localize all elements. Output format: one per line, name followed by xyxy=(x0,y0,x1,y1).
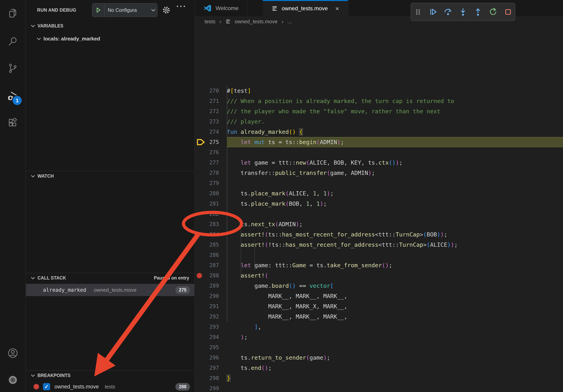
line-number[interactable]: 285 xyxy=(195,240,227,250)
code-text: MARK__, MARK_X, MARK__, xyxy=(227,301,563,312)
code-line[interactable]: 298} xyxy=(195,373,563,383)
settings-gear-icon[interactable] xyxy=(0,369,26,391)
line-number[interactable]: 283 xyxy=(195,219,227,229)
breakpoint-checkbox[interactable]: ✓ xyxy=(43,383,50,390)
line-number[interactable]: 271 xyxy=(195,96,227,106)
code-line[interactable]: 275 let mut ts = ts::begin(ADMIN); xyxy=(195,137,563,147)
code-text xyxy=(227,147,563,157)
account-icon[interactable] xyxy=(0,342,26,364)
sidebar-title: RUN AND DEBUG xyxy=(37,8,76,13)
drag-grip-icon[interactable] xyxy=(413,7,423,17)
code-line[interactable]: 272/// the player who made the "false" m… xyxy=(195,106,563,117)
line-number[interactable]: 297 xyxy=(195,363,227,373)
code-line[interactable]: 280 ts.place_mark(ALICE, 1, 1); xyxy=(195,188,563,198)
close-icon[interactable]: × xyxy=(335,5,339,12)
code-line[interactable]: 292 MARK__, MARK__, MARK__, xyxy=(195,312,563,322)
line-number[interactable]: 281 xyxy=(195,198,227,209)
line-number[interactable]: 278 xyxy=(195,168,227,178)
code-line[interactable]: 296 ts.return_to_sender(game); xyxy=(195,353,563,363)
code-line[interactable]: 281 ts.place_mark(BOB, 1, 1); xyxy=(195,198,563,209)
line-number[interactable]: 279 xyxy=(195,178,227,188)
line-number[interactable]: 270 xyxy=(195,86,227,96)
continue-icon[interactable] xyxy=(428,7,438,17)
code-line[interactable]: 283 ts.next_tx(ADMIN); xyxy=(195,219,563,229)
code-line[interactable]: 294 ); xyxy=(195,332,563,342)
code-line[interactable]: 274fun already_marked() { xyxy=(195,127,563,137)
line-number[interactable]: 293 xyxy=(195,322,227,332)
source-control-icon[interactable] xyxy=(0,57,26,79)
code-line[interactable]: 277 let game = ttt::new(ALICE, BOB, KEY,… xyxy=(195,157,563,168)
line-number[interactable]: 295 xyxy=(195,342,227,353)
line-number[interactable]: 276 xyxy=(195,147,227,157)
line-number[interactable]: 292 xyxy=(195,312,227,322)
step-into-icon[interactable] xyxy=(458,7,468,17)
line-number[interactable]: 282 xyxy=(195,209,227,219)
run-and-debug-icon[interactable]: 1 xyxy=(0,85,26,107)
code-line[interactable]: 287 let game: ttt::Game = ts.take_from_s… xyxy=(195,260,563,270)
line-number[interactable]: 290 xyxy=(195,291,227,301)
code-line[interactable]: 286 xyxy=(195,250,563,260)
code-line[interactable]: 282 xyxy=(195,209,563,219)
code-line[interactable]: 279 xyxy=(195,178,563,188)
line-number[interactable]: 286 xyxy=(195,250,227,260)
extensions-icon[interactable] xyxy=(0,112,26,134)
debug-configuration-dropdown[interactable]: No Configura xyxy=(92,3,157,17)
line-number[interactable]: 287 xyxy=(195,260,227,270)
gear-icon[interactable] xyxy=(162,6,171,15)
code-line[interactable]: 285 assert!(!ts::has_most_recent_for_add… xyxy=(195,240,563,250)
line-number[interactable]: 298 xyxy=(195,373,227,383)
step-out-icon[interactable] xyxy=(473,7,483,17)
explorer-icon[interactable] xyxy=(0,2,26,24)
search-icon[interactable] xyxy=(0,30,26,52)
breadcrumb-symbol[interactable]: ... xyxy=(287,19,292,25)
code-line[interactable]: 289 game.board() == vector[ xyxy=(195,281,563,291)
restart-icon[interactable] xyxy=(488,7,498,17)
line-number[interactable]: 289 xyxy=(195,281,227,291)
variables-section-header[interactable]: VARIABLES xyxy=(26,21,194,31)
line-number[interactable]: 273 xyxy=(195,117,227,127)
variables-scope-row[interactable]: locals: already_marked xyxy=(26,33,194,44)
breakpoints-section-header[interactable]: BREAKPOINTS xyxy=(26,370,194,380)
code-line[interactable]: 276 xyxy=(195,147,563,157)
code-line[interactable]: 297 ts.end(); xyxy=(195,363,563,373)
tab-owned-tests-move[interactable]: owned_tests.move × xyxy=(263,0,348,17)
start-debug-icon[interactable] xyxy=(92,3,104,17)
code-line[interactable]: 271/// When a position is already marked… xyxy=(195,96,563,106)
code-editor[interactable]: 270#[test]271/// When a position is alre… xyxy=(195,26,563,392)
line-number[interactable]: 296 xyxy=(195,353,227,363)
line-number[interactable]: 275 xyxy=(195,137,227,147)
breadcrumb-folder[interactable]: tests xyxy=(205,19,215,25)
code-line[interactable]: 284 assert!(ts::has_most_recent_for_addr… xyxy=(195,229,563,240)
code-text: ); xyxy=(227,332,563,342)
line-number[interactable]: 291 xyxy=(195,301,227,312)
breakpoint-list-item[interactable]: ✓ owned_tests.move tests 288 xyxy=(26,381,194,392)
code-line[interactable]: 291 MARK__, MARK_X, MARK__, xyxy=(195,301,563,312)
code-line[interactable]: 293 ], xyxy=(195,322,563,332)
call-stack-section-header[interactable]: CALL STACK Paused on entry xyxy=(26,273,194,283)
stop-icon[interactable] xyxy=(503,7,513,17)
call-stack-frame-row[interactable]: already_marked owned_tests.move 275 xyxy=(26,284,194,296)
line-number[interactable]: 274 xyxy=(195,127,227,137)
code-line[interactable]: 278 transfer::public_transfer(game, ADMI… xyxy=(195,168,563,178)
watch-section-header[interactable]: WATCH xyxy=(26,171,194,181)
breakpoint-dot-icon[interactable] xyxy=(197,273,202,278)
vscode-logo-icon xyxy=(203,4,212,13)
breadcrumb-file[interactable]: owned_tests.move xyxy=(235,19,278,25)
line-number[interactable]: 299 xyxy=(195,383,227,392)
code-line[interactable]: 273/// player. xyxy=(195,117,563,127)
line-number[interactable]: 288 xyxy=(195,270,227,281)
line-number[interactable]: 272 xyxy=(195,106,227,117)
line-number[interactable]: 284 xyxy=(195,229,227,240)
chevron-right-icon: › xyxy=(282,18,283,25)
line-number[interactable]: 294 xyxy=(195,332,227,342)
code-line[interactable]: 270#[test] xyxy=(195,86,563,96)
step-over-icon[interactable] xyxy=(443,7,453,17)
code-line[interactable]: 299 xyxy=(195,383,563,392)
line-number[interactable]: 277 xyxy=(195,157,227,168)
tab-welcome[interactable]: Welcome xyxy=(195,0,248,17)
code-line[interactable]: 290 MARK__, MARK__, MARK__, xyxy=(195,291,563,301)
code-line[interactable]: 288 assert!( xyxy=(195,270,563,281)
code-line[interactable]: 295 xyxy=(195,342,563,353)
line-number[interactable]: 280 xyxy=(195,188,227,198)
more-actions-icon[interactable]: ··· xyxy=(176,2,187,11)
